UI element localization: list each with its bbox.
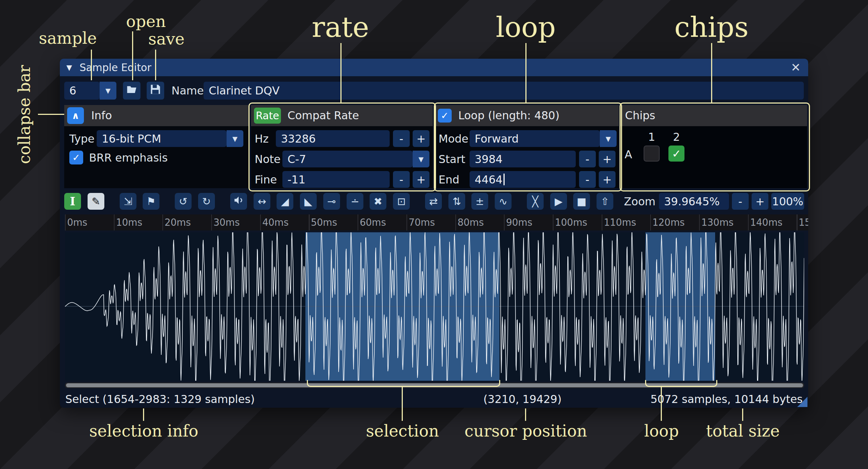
annotation-selection-info: selection info: [89, 422, 198, 440]
apply-silence-icon: ∸: [351, 195, 359, 208]
annotation-outline-loop: [434, 102, 622, 191]
sample-number-select[interactable]: 6: [64, 82, 100, 100]
ruler-tick-label: 20ms: [165, 217, 191, 228]
undo-icon: ↺: [179, 195, 187, 208]
annotation-line-loop: [525, 43, 526, 103]
invert-button[interactable]: ⇅: [448, 193, 465, 210]
pencil-icon: ✎: [92, 195, 100, 208]
annotation-line-sample: [91, 50, 92, 80]
ruler-tick-label: 50ms: [311, 217, 337, 228]
cursor-position-text: (3210, 19429): [483, 393, 562, 406]
fade-in-icon: ◢: [281, 195, 289, 208]
annotation-outline-rate: [248, 102, 436, 191]
ruler-tick-label: 90ms: [506, 217, 532, 228]
import-button[interactable]: ⇧: [597, 193, 613, 210]
play-icon: ▶: [555, 195, 563, 208]
ruler-tick-label: 100ms: [555, 217, 587, 228]
zoom-label: Zoom: [624, 193, 655, 210]
folder-open-icon: [126, 84, 137, 97]
delete-x-icon: ✖: [374, 195, 382, 208]
sample-number-dropdown-icon[interactable]: ▼: [100, 82, 116, 100]
fade-out-button[interactable]: ◣: [300, 193, 317, 210]
annotation-line-chips: [711, 43, 712, 103]
annotation-total-size: total size: [706, 422, 780, 440]
fade-in-button[interactable]: ◢: [277, 193, 293, 210]
annotation-line-selection: [402, 386, 403, 421]
resize-icon: ⇲: [124, 195, 132, 208]
zoom-value-input[interactable]: 39.9645%: [659, 193, 729, 210]
resize-grip[interactable]: [797, 397, 807, 407]
sample-type-select[interactable]: 16-bit PCM: [97, 130, 227, 147]
invert-arrows-icon: ⇅: [452, 195, 461, 208]
annotation-selection: selection: [366, 422, 439, 440]
total-size-text: 5072 samples, 10144 bytes: [651, 393, 803, 406]
draw-tool-button[interactable]: ✎: [88, 193, 104, 210]
resize-button[interactable]: ⇲: [120, 193, 136, 210]
sample-type-dropdown-icon[interactable]: ▼: [227, 130, 243, 147]
annotation-line-loop-marker: [661, 386, 662, 421]
stop-button[interactable]: ■: [573, 193, 590, 210]
sample-name-input[interactable]: Clarinet DQV: [204, 82, 804, 100]
annotation-line-cursor-position: [525, 408, 526, 421]
select-tool-button[interactable]: I: [64, 193, 81, 210]
delete-button[interactable]: ✖: [370, 193, 386, 210]
zoom-out-button[interactable]: -: [732, 193, 749, 210]
sign-button[interactable]: ±: [471, 193, 488, 210]
annotation-sample: sample: [39, 29, 97, 47]
zoom-reset-button[interactable]: 100%: [771, 193, 804, 210]
reverse-arrows-icon: ⇄: [429, 195, 437, 208]
ruler-tick-label: 140ms: [750, 217, 783, 228]
annotation-bracket-loop: [645, 380, 717, 387]
open-button[interactable]: [123, 82, 140, 100]
info-section-title: Info: [91, 105, 112, 126]
type-label: Type: [69, 130, 94, 147]
ruler-tick-label: 150ms: [799, 217, 808, 228]
preview-play-button[interactable]: ▶: [550, 193, 567, 210]
ruler-tick-label: 60ms: [360, 217, 386, 228]
annotation-line-collapse-bar: [38, 114, 64, 115]
apply-silence-button[interactable]: ∸: [347, 193, 363, 210]
annotation-loop-marker: loop: [644, 422, 679, 440]
crossfade-button[interactable]: ╳: [527, 193, 544, 210]
ruler-tick-label: 110ms: [604, 217, 636, 228]
time-ruler: 0ms 10ms 20ms 30ms 40ms 50ms 60ms 70ms 8…: [65, 214, 808, 230]
name-label: Name: [171, 82, 204, 100]
close-icon[interactable]: ✕: [788, 59, 803, 76]
stop-icon: ■: [577, 195, 586, 208]
undo-button[interactable]: ↺: [175, 193, 192, 210]
window-title: Sample Editor: [80, 59, 151, 76]
normalize-button[interactable]: ↔: [254, 193, 270, 210]
insert-silence-button[interactable]: ⊸: [323, 193, 340, 210]
brr-emphasis-label: BRR emphasis: [89, 151, 168, 164]
redo-icon: ↻: [202, 195, 211, 208]
annotation-line-selection-info: [143, 408, 144, 421]
info-collapse-button[interactable]: ∧: [67, 107, 84, 124]
selection-info-text: Select (1654-2983: 1329 samples): [65, 393, 255, 406]
annotation-cursor-position: cursor position: [464, 422, 587, 440]
ruler-tick-label: 10ms: [116, 217, 142, 228]
annotation-chips: chips: [674, 11, 748, 43]
save-button[interactable]: [147, 82, 164, 100]
sine-filter-icon: ∿: [499, 195, 507, 208]
amplify-button[interactable]: [230, 193, 247, 210]
crossed-arrows-icon: ╳: [532, 195, 539, 208]
ruler-tick-label: 0ms: [67, 217, 87, 228]
waveform-display[interactable]: [65, 232, 804, 381]
ruler-tick-label: 120ms: [652, 217, 685, 228]
window-collapse-icon[interactable]: ▼: [66, 59, 72, 76]
upload-icon: ⇧: [601, 195, 609, 208]
brr-emphasis-checkbox[interactable]: ✓: [69, 151, 83, 164]
annotation-outline-chips: [620, 102, 810, 191]
ruler-tick-label: 80ms: [458, 217, 484, 228]
floppy-icon: [150, 84, 161, 97]
ruler-tick-label: 30ms: [213, 217, 240, 228]
ruler-tick-label: 40ms: [262, 217, 289, 228]
filter-button[interactable]: ∿: [495, 193, 512, 210]
zoom-in-button[interactable]: +: [752, 193, 768, 210]
trim-button[interactable]: ⊡: [393, 193, 410, 210]
annotation-collapse-bar: collapse bar: [15, 65, 34, 164]
fade-out-icon: ◣: [304, 195, 312, 208]
reverse-button[interactable]: ⇄: [425, 193, 442, 210]
redo-button[interactable]: ↻: [198, 193, 215, 210]
resample-button[interactable]: ⚑: [143, 193, 159, 210]
